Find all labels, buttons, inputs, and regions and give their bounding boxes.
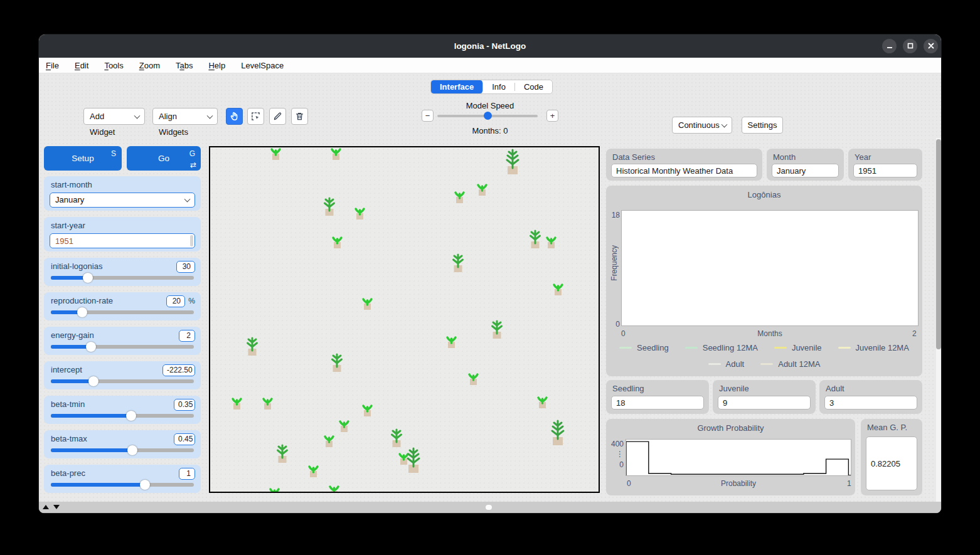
minimize-button[interactable] [882, 39, 897, 53]
slider-value[interactable]: 2 [179, 330, 195, 342]
slider-fill [51, 345, 91, 349]
slider-initial-logonias: initial-logonias30 [44, 258, 201, 286]
setup-button[interactable]: Setup S [44, 146, 122, 171]
input-label: start-year [51, 221, 85, 230]
plot-growth-probability: Growth Probability 400 ⋮ 0 0 Probability… [606, 419, 855, 495]
scroll-down-arrow-icon[interactable] [53, 505, 60, 509]
slider-track[interactable] [51, 448, 194, 452]
start-year-spinner[interactable] [190, 235, 193, 246]
plant-juvenile [527, 228, 543, 251]
slider-track[interactable] [51, 345, 194, 349]
legend-label: Seedling 12MA [703, 343, 758, 352]
slider-track[interactable] [51, 414, 194, 418]
tab-code[interactable]: Code [515, 80, 552, 93]
slider-thumb[interactable] [88, 376, 99, 386]
plant-juvenile [388, 426, 405, 450]
start-month-dropdown[interactable]: January [50, 193, 195, 208]
menu-help[interactable]: Help [208, 61, 225, 70]
slider-thumb[interactable] [83, 273, 93, 283]
vertical-scrollbar[interactable] [936, 138, 941, 502]
tab-interface[interactable]: Interface [431, 80, 482, 93]
tab-info[interactable]: Info [483, 80, 514, 93]
menu-tools[interactable]: Tools [104, 61, 123, 70]
hand-icon [230, 112, 239, 121]
plant-seedling [328, 146, 343, 162]
maximize-button[interactable] [903, 39, 917, 53]
delete-tool-button[interactable] [291, 108, 308, 125]
y-axis-min: 0 [610, 320, 620, 329]
world-view[interactable] [209, 146, 600, 493]
vertical-scrollbar-thumb[interactable] [936, 139, 941, 349]
y-axis-min: 0 [607, 460, 624, 469]
plant-seedling [306, 462, 321, 480]
edit-tool-button[interactable] [269, 108, 286, 125]
slider-thumb[interactable] [127, 445, 137, 455]
slider-value[interactable]: 1 [179, 468, 195, 480]
setup-shortcut-key: S [111, 149, 116, 158]
slider-unit: % [188, 297, 195, 305]
close-button[interactable] [924, 39, 938, 53]
select-widgets-tool-button[interactable] [247, 108, 264, 125]
slider-track[interactable] [51, 483, 194, 487]
speed-plus-button[interactable]: + [546, 110, 558, 122]
forever-icon: ⇄ [190, 162, 196, 168]
plant-seedling [474, 181, 489, 198]
slider-value[interactable]: 0.45 [174, 433, 195, 445]
chooser-label: start-month [51, 180, 92, 189]
slider-value[interactable]: -222.50 [162, 364, 195, 376]
legend-swatch [708, 363, 721, 365]
monitor-year: Year 1951 [848, 149, 922, 181]
slider-track[interactable] [51, 379, 194, 383]
menu-file[interactable]: File [46, 61, 59, 70]
speed-minus-button[interactable]: − [422, 110, 434, 122]
slider-thumb[interactable] [140, 480, 150, 490]
start-year-field[interactable] [50, 233, 195, 248]
speed-slider-thumb[interactable] [484, 112, 492, 120]
model-speed-slider[interactable] [437, 115, 538, 117]
slider-value[interactable]: 20 [166, 295, 185, 307]
settings-button[interactable]: Settings [742, 117, 783, 134]
slider-thumb[interactable] [126, 411, 136, 421]
monitor-seedling: Seedling 18 [606, 380, 709, 414]
plant-adult [503, 147, 522, 177]
update-mode-dropdown[interactable]: Continuous [672, 117, 732, 134]
menu-zoom[interactable]: Zoom [139, 61, 160, 70]
slider-value[interactable]: 30 [176, 261, 195, 273]
slider-fill [51, 483, 145, 487]
align-widgets-dropdown[interactable]: Align Widgets [152, 108, 218, 125]
add-widget-label: Add Widget [90, 112, 115, 137]
chevron-down-icon [722, 121, 728, 127]
monitor-value: 9 [718, 396, 811, 410]
slider-label: reproduction-rate [51, 296, 113, 305]
slider-track[interactable] [51, 310, 194, 314]
slider-thumb[interactable] [77, 307, 87, 317]
scroll-up-arrow-icon[interactable] [43, 505, 49, 509]
go-shortcut-key: G [189, 149, 195, 158]
plant-seedling [444, 333, 459, 351]
chevron-down-icon [184, 196, 191, 203]
hand-tool-button[interactable] [226, 108, 243, 125]
legend-label: Juvenile 12MA [856, 343, 909, 352]
menu-tabs[interactable]: Tabs [176, 61, 193, 70]
x-axis-label: Probability [626, 479, 851, 488]
monitor-label: Year [855, 152, 871, 162]
monitor-data-series: Data Series Historical Monthly Weather D… [606, 149, 762, 181]
monitor-label: Seedling [612, 384, 644, 393]
monitor-month: Month January [767, 149, 844, 181]
menu-levelspace[interactable]: LevelSpace [241, 61, 284, 70]
monitor-value: 0.82205 [866, 436, 917, 490]
slider-fill [51, 379, 93, 383]
menu-edit[interactable]: Edit [75, 61, 88, 70]
add-widget-dropdown[interactable]: Add Widget [83, 108, 145, 125]
plot-title: Growth Probability [606, 423, 855, 433]
slider-thumb[interactable] [86, 342, 96, 352]
x-axis-label: Months [621, 329, 919, 338]
legend-item: Juvenile [774, 343, 822, 352]
horizontal-scrollbar-thumb[interactable] [486, 505, 492, 510]
plant-seedling [360, 401, 375, 419]
slider-track[interactable] [51, 276, 194, 280]
plot-logonias: Logônias 18 0 Frequency 0 Months 2 Seedl… [606, 186, 922, 376]
y-axis-max: 400 [607, 440, 624, 448]
slider-value[interactable]: 0.35 [174, 399, 195, 411]
go-button[interactable]: Go G ⇄ [127, 146, 201, 171]
